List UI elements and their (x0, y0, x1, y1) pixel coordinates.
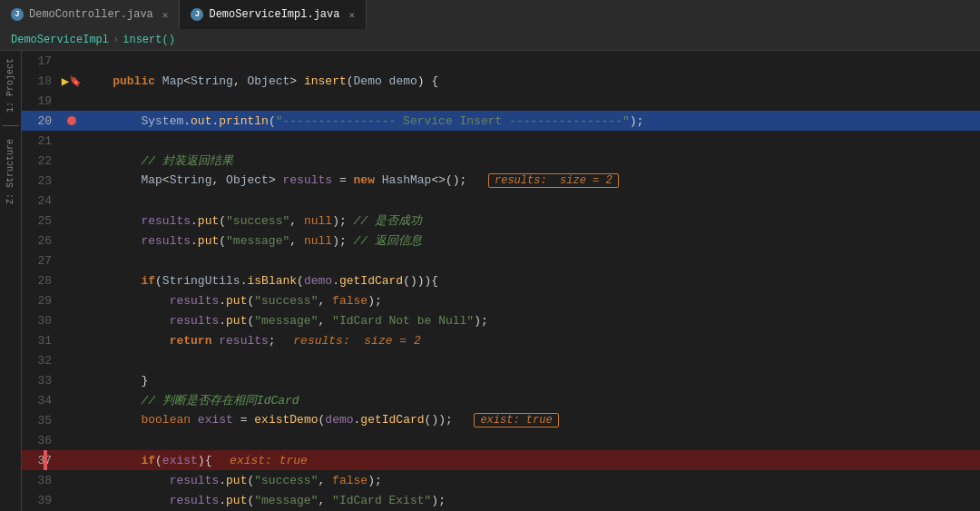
line-num-33: 33 (22, 374, 63, 388)
line-content-30: results.put("message", "IdCard Not be Nu… (81, 314, 980, 328)
breadcrumb: DemoServiceImpl › insert() (0, 29, 980, 51)
tab-controller[interactable]: J DemoController.java ✕ (0, 0, 180, 29)
table-row: 19 (22, 91, 980, 111)
tab-bar: J DemoController.java ✕ J DemoServiceImp… (0, 0, 980, 29)
sidebar: 1: Project Z: Structure (0, 51, 22, 511)
table-row: 38 results.put("success", false); (22, 470, 980, 490)
debug-value-results-inline: results: size = 2 (293, 334, 420, 348)
line-content-18: public Map<String, Object> insert(Demo d… (81, 74, 980, 88)
table-row: 30 results.put("message", "IdCard Not be… (22, 310, 980, 330)
code-editor[interactable]: 17 18 ▶ 🔖 public Map<String, Object> ins… (22, 51, 980, 511)
current-line-indicator (44, 450, 47, 470)
gutter-20 (63, 116, 81, 125)
line-content-37: if(exist){ exist: true (81, 454, 980, 467)
line-num-39: 39 (22, 494, 63, 507)
tab-controller-close[interactable]: ✕ (162, 9, 169, 21)
debug-value-exist: exist: true (474, 413, 558, 427)
table-row: 39 results.put("message", "IdCard Exist"… (22, 490, 980, 510)
line-content-25: results.put("success", null); // 是否成功 (81, 212, 980, 229)
line-num-22: 22 (22, 154, 63, 168)
line-num-31: 31 (22, 334, 63, 348)
line-num-17: 17 (22, 54, 63, 68)
line-num-21: 21 (22, 134, 63, 148)
line-content-38: results.put("success", false); (81, 474, 980, 487)
editor-container: 1: Project Z: Structure 17 18 ▶ 🔖 public… (0, 51, 980, 511)
line-num-25: 25 (22, 214, 63, 228)
line-content-31: return results; results: size = 2 (81, 334, 980, 348)
line-content-39: results.put("message", "IdCard Exist"); (81, 494, 980, 507)
line-num-24: 24 (22, 194, 63, 208)
line-content-29: results.put("success", false); (81, 294, 980, 308)
line-num-37: 37 (22, 454, 63, 467)
line-content-28: if(StringUtils.isBlank(demo.getIdCard())… (81, 274, 980, 288)
table-row: 34 // 判断是否存在相同IdCard (22, 390, 980, 410)
table-row: 37 if(exist){ exist: true (22, 450, 980, 470)
table-row: 22 // 封装返回结果 (22, 151, 980, 171)
table-row: 29 results.put("success", false); (22, 290, 980, 310)
tab-serviceimpl-close[interactable]: ✕ (348, 9, 355, 21)
line-content-23: Map<String, Object> results = new HashMa… (81, 173, 980, 188)
breadcrumb-separator: › (113, 34, 119, 46)
line-num-27: 27 (22, 254, 63, 268)
table-row: 18 ▶ 🔖 public Map<String, Object> insert… (22, 71, 980, 91)
tab-serviceimpl-label: DemoServiceImpl.java (209, 8, 339, 21)
java-icon-2: J (191, 8, 203, 21)
table-row: 26 results.put("message", null); // 返回信息 (22, 231, 980, 251)
line-content-33: } (81, 374, 980, 388)
line-num-38: 38 (22, 474, 63, 487)
line-num-19: 19 (22, 94, 63, 108)
line-num-20: 20 (22, 114, 63, 128)
tab-serviceimpl[interactable]: J DemoServiceImpl.java ✕ (180, 0, 367, 29)
table-row: 33 } (22, 370, 980, 390)
table-row: 25 results.put("success", null); // 是否成功 (22, 211, 980, 231)
line-num-29: 29 (22, 294, 63, 308)
table-row: 28 if(StringUtils.isBlank(demo.getIdCard… (22, 270, 980, 290)
sidebar-project-label[interactable]: 1: Project (5, 54, 15, 116)
table-row: 21 (22, 131, 980, 151)
line-num-18: 18 (22, 74, 63, 88)
table-row: 17 (22, 51, 980, 71)
line-num-34: 34 (22, 394, 63, 408)
sidebar-divider (3, 125, 19, 126)
line-num-28: 28 (22, 274, 63, 288)
code-lines: 17 18 ▶ 🔖 public Map<String, Object> ins… (22, 51, 980, 511)
breadcrumb-method[interactable]: insert() (122, 34, 175, 46)
line-content-26: results.put("message", null); // 返回信息 (81, 232, 980, 249)
tab-controller-label: DemoController.java (29, 8, 153, 21)
line-num-35: 35 (22, 414, 63, 427)
sidebar-structure-label[interactable]: Z: Structure (5, 135, 15, 208)
table-row: 24 (22, 191, 980, 211)
table-row: 20 System.out.println("---------------- … (22, 111, 980, 131)
line-content-35: boolean exist = existDemo(demo.getIdCard… (81, 413, 980, 427)
line-num-36: 36 (22, 434, 63, 447)
debug-value-exist-inline: exist: true (230, 454, 308, 467)
breakpoint-icon (67, 116, 76, 125)
table-row: 32 (22, 350, 980, 370)
line-content-22: // 封装返回结果 (81, 152, 980, 169)
line-num-26: 26 (22, 234, 63, 248)
breadcrumb-class[interactable]: DemoServiceImpl (11, 34, 109, 46)
debug-value-results: results: size = 2 (488, 173, 619, 188)
line-num-30: 30 (22, 314, 63, 328)
line-content-20: System.out.println("---------------- Ser… (81, 114, 980, 128)
debug-arrow-icon: ▶ (62, 74, 69, 89)
gutter-18: ▶ 🔖 (63, 74, 81, 89)
table-row: 27 (22, 251, 980, 270)
line-num-23: 23 (22, 174, 63, 188)
java-icon: J (11, 8, 24, 21)
line-content-34: // 判断是否存在相同IdCard (81, 392, 980, 408)
table-row: 36 (22, 430, 980, 450)
table-row: 35 boolean exist = existDemo(demo.getIdC… (22, 410, 980, 430)
table-row: 23 Map<String, Object> results = new Has… (22, 171, 980, 191)
table-row: 31 return results; results: size = 2 (22, 330, 980, 350)
line-num-32: 32 (22, 354, 63, 368)
